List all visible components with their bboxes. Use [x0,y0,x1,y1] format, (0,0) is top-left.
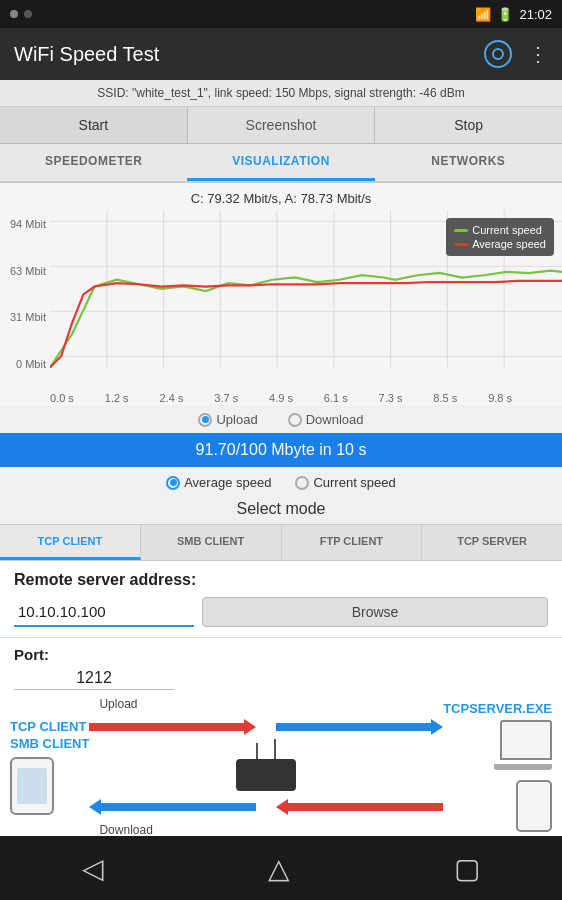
average-speed-radio-label[interactable]: Average speed [166,475,271,490]
laptop-icon [500,720,552,760]
status-right: 📶 🔋 21:02 [475,7,552,22]
tcp-client-label: TCP CLIENT [10,719,86,734]
x-6: 7.3 s [379,392,403,404]
port-input-container [14,663,548,698]
progress-text: 91.70/100 Mbyte in 10 s [0,441,562,459]
y-label-31: 31 Mbit [4,311,46,323]
battery-icon: 🔋 [497,7,513,22]
browse-button[interactable]: Browse [202,597,548,627]
diagram-right: SAMBA TCPSERVER.EXE TCP SERVER [443,698,552,836]
x-3: 3.7 s [214,392,238,404]
x-5: 6.1 s [324,392,348,404]
upload-radio[interactable] [198,413,212,427]
current-speed-radio[interactable] [295,476,309,490]
current-speed-text: Current speed [313,475,395,490]
speed-mode-toggle: Average speed Current speed [0,467,562,494]
main-content: SSID: "white_test_1", link speed: 150 Mb… [0,80,562,836]
title-bar: WiFi Speed Test ⋮ [0,28,562,80]
port-label: Port: [14,646,548,663]
y-label-0: 0 Mbit [4,358,46,370]
status-bar: 📶 🔋 21:02 [0,0,562,28]
y-axis: 94 Mbit 63 Mbit 31 Mbit 0 Mbit [0,210,50,390]
ssid-info: SSID: "white_test_1", link speed: 150 Mb… [0,80,562,107]
download-label: Download [306,412,364,427]
x-7: 8.5 s [433,392,457,404]
download-arrow-line2 [288,803,443,811]
chart-area: C: 79.32 Mbit/s, A: 78.73 Mbit/s 94 Mbit… [0,183,562,406]
mode-tab-ftp-client[interactable]: FTP CLIENT [282,525,423,560]
port-section: Port: [0,638,562,698]
nav-home-icon[interactable]: △ [268,852,290,885]
current-speed-color [454,229,468,232]
x-4: 4.9 s [269,392,293,404]
router-icon [236,743,296,791]
screenshot-button[interactable]: Screenshot [188,107,376,143]
clock: 21:02 [519,7,552,22]
download-arrowhead1 [89,799,101,815]
server-address-input[interactable] [14,597,194,627]
upload-arrow-label: Upload [99,698,137,711]
port-input[interactable] [14,667,174,690]
download-arrow-line1 [101,803,256,811]
x-8: 9.8 s [488,392,512,404]
legend-average: Average speed [454,238,546,250]
chart-title: C: 79.32 Mbit/s, A: 78.73 Mbit/s [0,187,562,210]
download-arrows [89,799,443,815]
chart-container: 94 Mbit 63 Mbit 31 Mbit 0 Mbit [0,210,562,390]
x-2: 2.4 s [160,392,184,404]
current-speed-radio-label[interactable]: Current speed [295,475,395,490]
title-bar-icons: ⋮ [484,40,548,68]
download-radio[interactable] [288,413,302,427]
wifi-icon: 📶 [475,7,491,22]
nav-recent-icon[interactable]: ▢ [454,852,480,885]
legend-current: Current speed [454,224,546,236]
x-1: 1.2 s [105,392,129,404]
mode-tab-tcp-server[interactable]: TCP SERVER [422,525,562,560]
upload-arrowhead1 [244,719,256,735]
smb-client-label: SMB CLIENT [10,736,89,751]
nav-back-icon[interactable]: ◁ [82,852,104,885]
x-0: 0.0 s [50,392,74,404]
phone-screen [17,768,47,804]
tab-visualization[interactable]: VISUALIZATION [187,144,374,181]
diagram-center: Upload Downl [89,698,443,836]
server-label: Remote server address: [14,571,548,589]
upload-arrow-line1 [89,723,244,731]
stop-button[interactable]: Stop [375,107,562,143]
notification-dot2 [24,10,32,18]
router-antenna1 [256,743,258,759]
average-speed-text: Average speed [184,475,271,490]
average-speed-label: Average speed [472,238,546,250]
more-options-icon[interactable]: ⋮ [528,42,548,66]
upload-arrows [89,719,443,735]
upload-radio-label[interactable]: Upload [198,412,257,427]
download-radio-label[interactable]: Download [288,412,364,427]
chart-svg: Current speed Average speed [50,210,562,390]
average-speed-color [454,243,468,246]
tab-networks[interactable]: NETWORKS [375,144,562,181]
download-arrow-label: Download [99,823,152,836]
upload-download-toggle: Upload Download [0,406,562,433]
average-speed-radio[interactable] [166,476,180,490]
start-button[interactable]: Start [0,107,188,143]
mode-tab-smb-client[interactable]: SMB CLIENT [141,525,282,560]
upload-label: Upload [216,412,257,427]
refresh-icon[interactable] [484,40,512,68]
router-antenna2 [274,739,276,759]
laptop-base [494,764,552,770]
mode-tabs: TCP CLIENT SMB CLIENT FTP CLIENT TCP SER… [0,524,562,561]
upload-arrow-line2 [276,723,431,731]
action-buttons: Start Screenshot Stop [0,107,562,144]
chart-legend: Current speed Average speed [446,218,554,256]
main-tabs: SPEEDOMETER VISUALIZATION NETWORKS [0,144,562,183]
tab-speedometer[interactable]: SPEEDOMETER [0,144,187,181]
y-label-94: 94 Mbit [4,218,46,230]
mode-tab-tcp-client[interactable]: TCP CLIENT [0,525,141,560]
tcpserver-exe-label: TCPSERVER.EXE [443,701,552,716]
progress-bar-container: 91.70/100 Mbyte in 10 s [0,433,562,467]
notification-dot [10,10,18,18]
diagram-area: TCP CLIENT SMB CLIENT Upload [0,698,562,836]
app-title: WiFi Speed Test [14,43,484,66]
router-body [236,759,296,791]
diagram-left: TCP CLIENT SMB CLIENT [10,719,89,815]
